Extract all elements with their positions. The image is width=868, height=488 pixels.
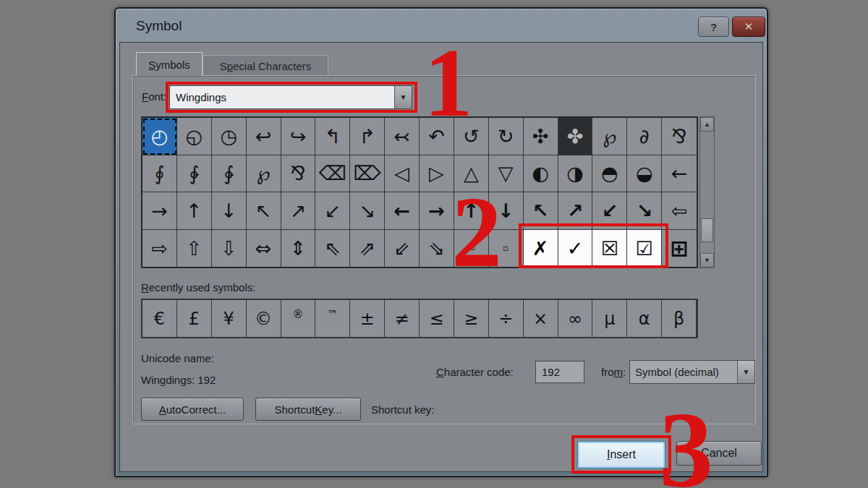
close-icon: ✕: [744, 20, 754, 33]
help-button[interactable]: ?: [698, 17, 729, 37]
close-button[interactable]: ✕: [732, 17, 765, 37]
symbol-dialog: Symbol ? ✕ Symbols Special Characters Fo…: [114, 7, 768, 477]
tab-symbols[interactable]: Symbols: [136, 52, 203, 76]
cancel-button[interactable]: Cancel: [676, 441, 762, 466]
title-bar[interactable]: Symbol ? ✕: [116, 9, 767, 42]
dialog-title: Symbol: [136, 18, 182, 34]
tab-special-characters[interactable]: Special Characters: [203, 55, 328, 76]
tab-page: [132, 75, 756, 424]
dialog-body: Symbols Special Characters Font: Wingdin…: [119, 42, 763, 472]
help-icon: ?: [710, 21, 717, 33]
insert-button[interactable]: Insert: [577, 441, 665, 468]
